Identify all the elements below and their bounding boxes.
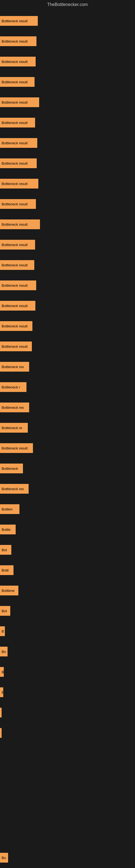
- bar-11: Bottleneck result: [0, 240, 35, 250]
- bar-row-4: Bottleneck result: [0, 95, 135, 110]
- bar-row-2: Bottleneck result: [0, 54, 135, 69]
- bar-6: Bottleneck result: [0, 138, 37, 148]
- bar-label-10: Bottleneck result: [2, 222, 28, 226]
- bar-row-29: Bot: [0, 603, 135, 618]
- bar-label-33: B: [2, 690, 3, 694]
- bar-27: Bottl: [0, 565, 13, 575]
- bar-4: Bottleneck result: [0, 97, 39, 107]
- bar-21: Bottleneck result: [0, 443, 33, 453]
- bar-row-11: Bottleneck result: [0, 237, 135, 252]
- bar-row-30: B: [0, 624, 135, 639]
- bar-26: Bot: [0, 545, 11, 555]
- bar-row-0: Bottleneck result: [0, 13, 135, 28]
- bar-label-5: Bottleneck result: [2, 121, 28, 125]
- bar-label-22: Bottleneck: [2, 467, 18, 471]
- bar-35: [0, 728, 2, 738]
- bar-row-12: Bottleneck result: [0, 257, 135, 272]
- bar-20: Bottleneck re: [0, 423, 28, 433]
- bar-label-1: Bottleneck result: [2, 39, 28, 43]
- bar-15: Bottleneck result: [0, 321, 32, 331]
- bar-label-24: Bottlen: [2, 507, 12, 511]
- bar-row-17: Bottleneck res: [0, 359, 135, 374]
- bar-row-19: Bottleneck res: [0, 400, 135, 415]
- bar-row-21: Bottleneck result: [0, 440, 135, 456]
- bar-label-13: Bottleneck result: [2, 283, 28, 287]
- bar-label-23: Bottleneck res: [2, 487, 24, 491]
- bar-label-31: Bo: [2, 650, 6, 654]
- bar-row-16: Bottleneck result: [0, 339, 135, 354]
- bar-row-24: Bottlen: [0, 501, 135, 517]
- bar-label-8: Bottleneck result: [2, 182, 28, 186]
- bar-1: Bottleneck result: [0, 36, 37, 46]
- bar-label-3: Bottleneck result: [2, 80, 28, 84]
- bar-10: Bottleneck result: [0, 219, 40, 229]
- bar-label-21: Bottleneck result: [2, 446, 28, 450]
- bar-label-17: Bottleneck res: [2, 365, 24, 369]
- bar-34: [0, 708, 2, 717]
- bar-23: Bottleneck res: [0, 484, 29, 494]
- bar-label-11: Bottleneck result: [2, 243, 28, 247]
- bar-label-19: Bottleneck res: [2, 405, 24, 410]
- site-title: TheBottlenecker.com: [0, 0, 135, 9]
- bar-row-26: Bot: [0, 542, 135, 557]
- bar-label-26: Bot: [2, 548, 7, 552]
- bar-row-13: Bottleneck result: [0, 278, 135, 293]
- bar-label-2: Bottleneck result: [2, 60, 28, 64]
- bar-label-20: Bottleneck re: [2, 426, 22, 430]
- bar-12: Bottleneck result: [0, 260, 34, 270]
- bar-label-36: Bo: [2, 856, 6, 860]
- bar-31: Bo: [0, 647, 8, 656]
- bar-18: Bottleneck r: [0, 382, 27, 392]
- bar-28: Bottlene: [0, 586, 18, 595]
- bar-row-9: Bottleneck result: [0, 196, 135, 211]
- bar-label-7: Bottleneck result: [2, 161, 28, 165]
- bar-2: Bottleneck result: [0, 57, 36, 66]
- bar-8: Bottleneck result: [0, 179, 38, 188]
- bar-row-35: [0, 725, 135, 740]
- bar-3: Bottleneck result: [0, 77, 35, 87]
- bar-label-29: Bot: [2, 609, 7, 613]
- bar-row-7: Bottleneck result: [0, 156, 135, 170]
- bar-29: Bot: [0, 606, 10, 616]
- bar-row-34: [0, 705, 135, 720]
- bar-32: B: [0, 667, 4, 677]
- bar-label-15: Bottleneck result: [2, 324, 28, 328]
- bar-row-32: B: [0, 664, 135, 679]
- bar-5: Bottleneck result: [0, 118, 35, 127]
- bar-row-1: Bottleneck result: [0, 34, 135, 49]
- bar-9: Bottleneck result: [0, 199, 36, 209]
- bar-label-14: Bottleneck result: [2, 304, 28, 308]
- bar-row-3: Bottleneck result: [0, 74, 135, 89]
- bar-7: Bottleneck result: [0, 158, 37, 168]
- bar-row-28: Bottlene: [0, 583, 135, 598]
- bar-16: Bottleneck result: [0, 341, 32, 351]
- bar-25: Bottle: [0, 525, 16, 534]
- bar-label-30: B: [2, 629, 4, 633]
- bar-13: Bottleneck result: [0, 280, 36, 290]
- bar-label-6: Bottleneck result: [2, 141, 28, 145]
- bar-22: Bottleneck: [0, 464, 23, 473]
- bar-label-12: Bottleneck result: [2, 263, 28, 267]
- bar-label-32: B: [2, 670, 4, 674]
- bar-label-27: Bottl: [2, 568, 9, 572]
- bar-30: B: [0, 626, 5, 636]
- bar-label-18: Bottleneck r: [2, 385, 20, 389]
- bar-label-4: Bottleneck result: [2, 100, 28, 104]
- bar-14: Bottleneck result: [0, 301, 35, 311]
- bar-label-25: Bottle: [2, 528, 10, 532]
- bar-33: B: [0, 687, 3, 697]
- bar-label-28: Bottlene: [2, 589, 14, 593]
- bar-24: Bottlen: [0, 504, 19, 514]
- bar-36: Bo: [0, 853, 8, 863]
- bar-label-0: Bottleneck result: [2, 19, 28, 23]
- bar-row-20: Bottleneck re: [0, 420, 135, 435]
- bar-17: Bottleneck res: [0, 362, 29, 372]
- bar-row-27: Bottl: [0, 563, 135, 578]
- bar-row-10: Bottleneck result: [0, 217, 135, 231]
- bar-row-14: Bottleneck result: [0, 298, 135, 313]
- bar-label-16: Bottleneck result: [2, 344, 28, 348]
- bar-row-8: Bottleneck result: [0, 176, 135, 191]
- bar-0: Bottleneck result: [0, 16, 38, 26]
- bar-row-15: Bottleneck result: [0, 318, 135, 333]
- bar-row-23: Bottleneck res: [0, 481, 135, 496]
